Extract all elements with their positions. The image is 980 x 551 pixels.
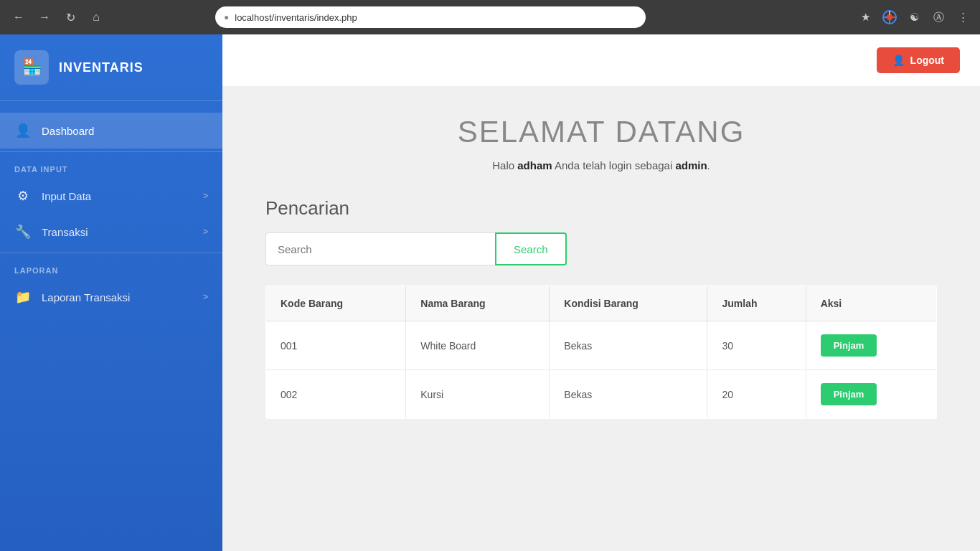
- cell-kondisi: Bekas: [550, 321, 707, 370]
- pinjam-button[interactable]: Pinjam: [821, 334, 877, 357]
- table-row: 002 Kursi Bekas 20 Pinjam: [266, 370, 937, 419]
- chevron-transaksi: >: [203, 227, 208, 237]
- search-input[interactable]: [265, 232, 495, 265]
- table-header: Kode Barang Nama Barang Kondisi Barang J…: [266, 286, 937, 321]
- cell-aksi: Pinjam: [806, 370, 936, 419]
- sidebar-label-dashboard: Dashboard: [42, 125, 94, 137]
- welcome-suffix: .: [707, 159, 710, 171]
- logout-user-icon: 👤: [892, 55, 905, 66]
- cell-jumlah: 20: [707, 370, 806, 419]
- welcome-username: adham: [517, 159, 552, 171]
- main-content: 👤 Logout SELAMAT DATANG Halo adham Anda …: [222, 34, 980, 551]
- divider-1: [0, 151, 222, 152]
- chevron-laporan: >: [203, 292, 208, 302]
- search-section-title: Pencarian: [265, 197, 937, 220]
- section-label-laporan: LAPORAN: [0, 256, 222, 279]
- col-kondisi-barang: Kondisi Barang: [550, 286, 707, 321]
- search-row: Search: [265, 232, 937, 265]
- chevron-input-data: >: [203, 191, 208, 201]
- sidebar-title: INVENTARIS: [59, 60, 143, 75]
- welcome-middle: Anda telah login sebagai: [552, 159, 676, 171]
- page-body: SELAMAT DATANG Halo adham Anda telah log…: [222, 86, 980, 551]
- col-nama-barang: Nama Barang: [406, 286, 550, 321]
- cell-kondisi: Bekas: [550, 370, 707, 419]
- sidebar-label-laporan-transaksi: Laporan Transaksi: [42, 291, 130, 303]
- welcome-role: admin: [675, 159, 707, 171]
- refresh-button[interactable]: ↻: [60, 7, 80, 27]
- cell-jumlah: 30: [707, 321, 806, 370]
- cell-aksi: Pinjam: [806, 321, 936, 370]
- section-label-data-input: DATA INPUT: [0, 155, 222, 178]
- welcome-heading: SELAMAT DATANG: [265, 115, 937, 149]
- col-aksi: Aksi: [806, 286, 936, 321]
- sidebar-item-laporan-transaksi[interactable]: 📁 Laporan Transaksi >: [0, 279, 222, 315]
- table-body: 001 White Board Bekas 30 Pinjam 002 Kurs…: [266, 321, 937, 419]
- back-button[interactable]: ←: [9, 7, 29, 27]
- divider-2: [0, 253, 222, 253]
- dashboard-icon: 👤: [14, 123, 32, 138]
- transaksi-icon: 🔧: [14, 224, 32, 240]
- sidebar-item-dashboard[interactable]: 👤 Dashboard: [0, 113, 222, 149]
- menu-icon[interactable]: ⋮: [954, 9, 971, 26]
- cell-kode: 001: [266, 321, 406, 370]
- sidebar-item-input-data[interactable]: ⚙ Input Data >: [0, 178, 222, 214]
- cell-kode: 002: [266, 370, 406, 419]
- bookmark-icon[interactable]: ★: [857, 9, 874, 26]
- lock-icon: ●: [224, 12, 229, 22]
- cell-nama: Kursi: [406, 370, 550, 419]
- input-data-icon: ⚙: [14, 188, 32, 204]
- welcome-prefix: Halo: [492, 159, 517, 171]
- sidebar-label-transaksi: Transaksi: [42, 226, 88, 238]
- browser-chrome: ← → ↻ ⌂ ● localhost/inventaris/index.php…: [0, 0, 980, 34]
- browser-nav-buttons: ← → ↻ ⌂: [9, 7, 106, 27]
- table-row: 001 White Board Bekas 30 Pinjam: [266, 321, 937, 370]
- extensions-icon[interactable]: ☯: [905, 9, 923, 26]
- col-kode-barang: Kode Barang: [266, 286, 406, 321]
- browser-right-icons: ★ ☯ Ⓐ ⋮: [857, 9, 971, 26]
- col-jumlah: Jumlah: [707, 286, 806, 321]
- sidebar: 🏪 INVENTARIS 👤 Dashboard DATA INPUT ⚙ In…: [0, 34, 222, 551]
- cell-nama: White Board: [406, 321, 550, 370]
- sidebar-logo-icon: 🏪: [14, 50, 49, 85]
- sidebar-label-input-data: Input Data: [42, 190, 91, 202]
- sidebar-item-transaksi[interactable]: 🔧 Transaksi >: [0, 214, 222, 250]
- top-bar: 👤 Logout: [222, 34, 980, 86]
- url-text: localhost/inventaris/index.php: [235, 12, 357, 23]
- chrome-icon[interactable]: [881, 9, 898, 26]
- home-button[interactable]: ⌂: [86, 7, 106, 27]
- search-button[interactable]: Search: [495, 232, 567, 265]
- sidebar-header: 🏪 INVENTARIS: [0, 34, 222, 101]
- address-bar[interactable]: ● localhost/inventaris/index.php: [215, 6, 646, 28]
- forward-button[interactable]: →: [34, 7, 55, 27]
- logout-label: Logout: [910, 55, 944, 66]
- profile-icon[interactable]: Ⓐ: [930, 9, 947, 26]
- app-container: 🏪 INVENTARIS 👤 Dashboard DATA INPUT ⚙ In…: [0, 34, 980, 551]
- sidebar-nav: 👤 Dashboard DATA INPUT ⚙ Input Data > 🔧 …: [0, 101, 222, 551]
- inventory-table: Kode Barang Nama Barang Kondisi Barang J…: [265, 286, 937, 419]
- welcome-subtext: Halo adham Anda telah login sebagai admi…: [265, 159, 937, 171]
- logout-button[interactable]: 👤 Logout: [877, 47, 960, 73]
- pinjam-button[interactable]: Pinjam: [821, 383, 877, 405]
- laporan-icon: 📁: [14, 289, 32, 305]
- svg-point-1: [887, 14, 892, 20]
